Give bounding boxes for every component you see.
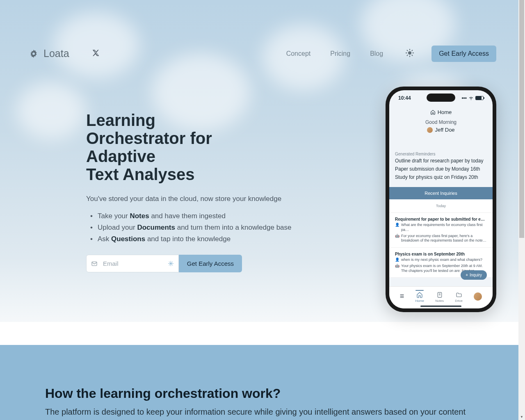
- hero-bullet: Upload your Documents and turn them into…: [98, 224, 369, 232]
- today-label: Today: [389, 199, 493, 213]
- reminder-item: Outline draft for research paper by toda…: [395, 158, 487, 164]
- required-asterisk-icon: ✳: [168, 259, 174, 268]
- new-inquiry-button[interactable]: + Inquiry: [461, 270, 487, 280]
- hero-title-line: Learning: [86, 111, 155, 129]
- inquiry-title: Physics exam is on September 20th: [395, 252, 487, 256]
- hero-bullet: Take your Notes and have them ingested: [98, 212, 369, 220]
- email-submit-button[interactable]: Get Early Access: [179, 255, 242, 272]
- section2-subtitle: The platform is designed to keep your in…: [45, 406, 480, 418]
- person-icon: 👤: [395, 223, 399, 232]
- reminders-label: Generated Reminders: [395, 152, 487, 156]
- hero-bullet: Ask Questions and tap into the knowledge: [98, 235, 369, 243]
- phone-tabbar: ≡ Home Notes Drive: [389, 286, 493, 308]
- plus-icon: +: [466, 273, 468, 277]
- tab-home[interactable]: Home: [415, 290, 424, 303]
- mail-icon: [91, 260, 98, 267]
- folder-icon: [456, 292, 462, 298]
- phone-reminders: Generated Reminders Outline draft for re…: [389, 152, 493, 180]
- hero-title-line: Adaptive: [86, 147, 155, 165]
- inquiry-title: Requirement for paper to be submitted fo…: [395, 217, 487, 221]
- top-nav: Loata Concept Pricing Blog Get Early Acc…: [0, 0, 525, 62]
- theme-toggle[interactable]: [402, 45, 418, 62]
- phone-user: Jeff Doe: [389, 127, 493, 133]
- reminder-item: Paper submission due by Monday 16th: [395, 166, 487, 173]
- svg-line-5: [412, 55, 412, 55]
- hero-title-line: Orchestrator for: [86, 129, 212, 147]
- svg-line-9: [412, 50, 412, 50]
- robot-icon: 🤖: [395, 234, 399, 243]
- menu-icon[interactable]: ≡: [400, 292, 404, 301]
- avatar-icon: [427, 127, 433, 133]
- logo-link[interactable]: Loata: [29, 48, 69, 59]
- notes-icon: [436, 292, 443, 298]
- x-twitter-icon: [92, 49, 100, 57]
- page-scrollbar[interactable]: ▼: [518, 0, 525, 420]
- x-twitter-link[interactable]: [79, 49, 100, 58]
- sun-icon: [405, 48, 414, 57]
- inquiry-card: Requirement for paper to be submitted fo…: [389, 213, 493, 248]
- nav-concept[interactable]: Concept: [281, 47, 316, 61]
- person-icon: 👤: [395, 258, 399, 262]
- wifi-icon: [468, 96, 474, 100]
- phone-home-header: Home: [389, 109, 493, 115]
- reminder-item: Study for physics quiz on Fridays 20th: [395, 174, 487, 181]
- svg-point-1: [408, 51, 411, 55]
- svg-line-4: [407, 50, 408, 50]
- phone-notch: [427, 94, 455, 102]
- battery-icon: [475, 96, 484, 100]
- recent-inquiries-header: Recent Inquiries: [389, 187, 493, 199]
- svg-point-0: [32, 52, 35, 55]
- phone-greeting: Good Morning: [389, 119, 493, 125]
- brand-name: Loata: [43, 48, 69, 59]
- hero-subtitle: You've stored your data in the cloud, no…: [86, 195, 369, 203]
- nav-pricing[interactable]: Pricing: [325, 47, 355, 61]
- scroll-down-arrow-icon[interactable]: ▼: [518, 413, 525, 420]
- hero-title: Learning Orchestrator for Adaptive Text …: [86, 111, 369, 183]
- tab-drive[interactable]: Drive: [455, 290, 463, 303]
- svg-line-8: [407, 55, 408, 55]
- phone-time: 10:44: [398, 95, 411, 101]
- hero-bullets: Take your Notes and have them ingested U…: [86, 212, 369, 243]
- home-icon: [430, 110, 436, 115]
- tab-notes[interactable]: Notes: [435, 290, 444, 303]
- scrollbar-thumb[interactable]: [519, 0, 524, 238]
- section2-title: How the learning orchestration work?: [45, 386, 480, 401]
- nav-blog[interactable]: Blog: [365, 47, 388, 61]
- email-input[interactable]: [86, 255, 179, 272]
- get-early-access-button[interactable]: Get Early Access: [431, 46, 496, 62]
- email-form: ✳ Get Early Access: [86, 255, 242, 272]
- profile-avatar[interactable]: [474, 292, 482, 301]
- how-it-works-section: How the learning orchestration work? The…: [0, 345, 525, 420]
- home-icon: [416, 292, 423, 298]
- robot-icon: 🤖: [395, 264, 399, 273]
- hero-title-line: Text Analyses: [86, 165, 195, 183]
- home-indicator: [420, 306, 461, 307]
- gear-icon: [29, 49, 39, 59]
- hero-section: Learning Orchestrator for Adaptive Text …: [0, 62, 525, 345]
- signal-icon: •••: [461, 95, 467, 101]
- phone-mockup: 10:44 ••• Home Good Morning Jeff Doe: [386, 87, 496, 312]
